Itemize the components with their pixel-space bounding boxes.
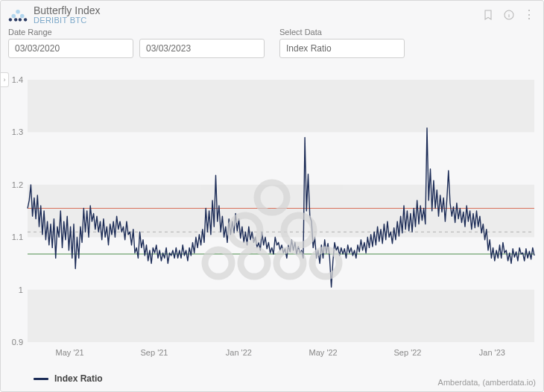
svg-rect-10 (28, 80, 534, 132)
controls-row: Date Range Select Data (1, 26, 543, 64)
date-range-inputs (8, 39, 265, 58)
attribution-text: Amberdata, (amberdata.io) (438, 378, 536, 387)
svg-text:1.1: 1.1 (12, 233, 23, 241)
select-data-inputs (279, 39, 405, 58)
svg-rect-12 (28, 290, 534, 342)
select-data-group: Select Data (279, 28, 405, 58)
legend-series-label: Index Ratio (54, 373, 103, 384)
svg-rect-11 (28, 185, 534, 237)
info-icon[interactable] (502, 8, 516, 22)
date-range-label: Date Range (8, 28, 265, 37)
collapse-toggle[interactable]: › (1, 72, 9, 87)
select-data-dropdown[interactable] (279, 39, 405, 58)
title-block: Butterfly Index DERIBIT BTC (34, 5, 101, 25)
date-to-input[interactable] (139, 39, 265, 58)
svg-text:Jan '22: Jan '22 (226, 348, 252, 357)
svg-text:May '22: May '22 (309, 348, 338, 357)
panel-subtitle: DERIBIT BTC (34, 16, 101, 25)
panel-root: Butterfly Index DERIBIT BTC ⋮ Date Range… (0, 0, 544, 392)
svg-text:1: 1 (19, 285, 23, 294)
svg-point-6 (24, 18, 27, 21)
svg-text:Sep '21: Sep '21 (141, 348, 168, 357)
panel-header: Butterfly Index DERIBIT BTC ⋮ (1, 1, 543, 26)
svg-text:1.3: 1.3 (12, 127, 23, 136)
svg-point-1 (11, 14, 15, 18)
date-from-input[interactable] (8, 39, 133, 58)
svg-text:0.9: 0.9 (12, 338, 23, 347)
chart-container: 0.911.11.21.31.4May '21Sep '21Jan '22May… (1, 74, 543, 391)
svg-point-3 (9, 18, 12, 21)
svg-point-9 (509, 13, 510, 13)
select-data-label: Select Data (279, 28, 405, 37)
legend: Index Ratio (34, 373, 103, 384)
svg-text:May '21: May '21 (56, 348, 84, 357)
panel-title: Butterfly Index (34, 5, 101, 16)
svg-point-0 (16, 10, 19, 13)
date-range-group: Date Range (8, 28, 265, 58)
legend-swatch (34, 378, 48, 380)
svg-point-5 (19, 18, 22, 21)
header-actions: ⋮ (481, 8, 536, 22)
svg-text:Sep '22: Sep '22 (394, 348, 422, 357)
svg-point-2 (20, 14, 24, 18)
svg-text:Jan '23: Jan '23 (479, 348, 505, 357)
svg-text:1.2: 1.2 (12, 180, 23, 189)
svg-text:1.4: 1.4 (12, 75, 23, 84)
brand-logo (8, 8, 28, 22)
chart-canvas[interactable]: 0.911.11.21.31.4May '21Sep '21Jan '22May… (1, 74, 543, 361)
bookmark-icon[interactable] (481, 8, 495, 22)
svg-point-4 (14, 18, 17, 21)
